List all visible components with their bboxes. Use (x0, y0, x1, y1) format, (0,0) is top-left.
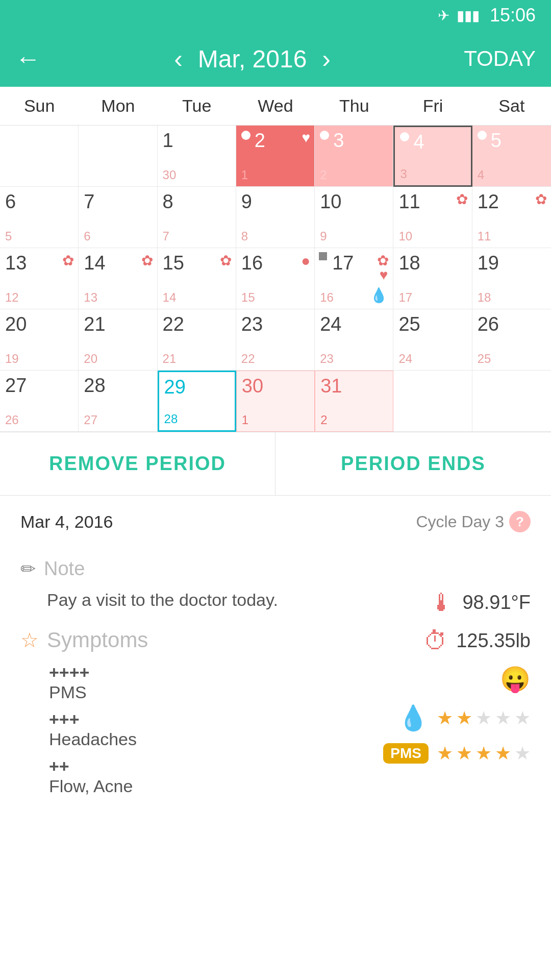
star-empty-5: ★ (514, 743, 531, 764)
table-row[interactable]: 23 22 (236, 309, 315, 371)
weight-value: 125.35lb (456, 630, 531, 652)
list-item: +++ Headaches (49, 709, 352, 749)
table-row[interactable]: 27 26 (0, 371, 79, 432)
flower-icon: ✿ (535, 191, 547, 208)
heart-icon: ♥ (302, 130, 311, 146)
cycle-day-help-icon[interactable]: ? (509, 511, 531, 532)
symptom-intensity: ++++ (49, 663, 352, 682)
pms-badge: PMS (383, 743, 429, 764)
next-month-button[interactable]: › (322, 44, 331, 74)
table-row[interactable]: 31 2 (315, 371, 393, 432)
back-button[interactable]: ← (15, 44, 41, 74)
star-1: ★ (437, 707, 453, 729)
table-row[interactable]: 13 ✿ 12 (0, 248, 79, 309)
star-empty-4: ★ (495, 707, 511, 729)
dot-icon (400, 132, 409, 141)
day-header-sat: Sat (472, 87, 551, 125)
calendar: Sun Mon Tue Wed Thu Fri Sat 1 30 2 ♥ 1 3… (0, 87, 551, 432)
table-row[interactable]: 8 7 (158, 187, 236, 248)
table-row[interactable]: 4 3 (393, 126, 472, 187)
star-1: ★ (437, 743, 453, 764)
table-row[interactable]: 29 28 (158, 371, 236, 432)
symptom-intensity: ++ (49, 756, 352, 776)
status-time: 15:06 (490, 5, 536, 26)
status-bar: ✈ ▮▮▮ 15:06 (0, 0, 551, 31)
star-empty-5: ★ (514, 707, 531, 729)
table-row[interactable]: 1 30 (158, 126, 236, 187)
cycle-day-text: Cycle Day 3 (416, 512, 505, 531)
table-row[interactable]: 17 ✿ ♥ 💧 16 (315, 248, 393, 309)
table-row[interactable]: 18 17 (393, 248, 472, 309)
remove-period-button[interactable]: REMOVE PERIOD (0, 432, 276, 495)
temperature-row: 🌡 98.91°F (367, 589, 531, 617)
table-row[interactable] (79, 126, 157, 187)
symptoms-header: ☆ Symptoms (20, 628, 352, 652)
table-row[interactable]: 16 ● 15 (236, 248, 315, 309)
table-row[interactable]: 6 5 (0, 187, 79, 248)
table-row[interactable]: 9 8 (236, 187, 315, 248)
day-header-mon: Mon (79, 87, 157, 125)
table-row[interactable]: 25 24 (393, 309, 472, 371)
detail-section: Mar 4, 2016 Cycle Day 3 ? ✏ Note Pay a v… (0, 496, 551, 819)
table-row[interactable]: 26 25 (472, 309, 551, 371)
table-row[interactable]: 14 ✿ 13 (79, 248, 157, 309)
star-empty-3: ★ (475, 707, 492, 729)
table-row[interactable]: 5 4 (472, 126, 551, 187)
flower-icon: ✿ (62, 252, 74, 269)
table-row[interactable]: 11 ✿ 10 (393, 187, 472, 248)
table-row[interactable]: 20 19 (0, 309, 79, 371)
period-ends-button[interactable]: PERIOD ENDS (276, 432, 551, 495)
headache-stars-row: PMS ★ ★ ★ ★ ★ (367, 743, 531, 764)
month-navigation: ‹ Mar, 2016 › (174, 44, 331, 74)
symptoms-label: Symptoms (47, 628, 148, 652)
airplane-icon: ✈ (438, 7, 449, 24)
day-header-sun: Sun (0, 87, 79, 125)
cycle-day: Cycle Day 3 ? (416, 511, 531, 532)
note-text: Pay a visit to the doctor today. (47, 590, 278, 609)
star-2: ★ (456, 743, 472, 764)
symptom-name: Flow, Acne (49, 776, 352, 796)
table-row[interactable]: 2 ♥ 1 (236, 126, 315, 187)
day-header-tue: Tue (158, 87, 236, 125)
table-row[interactable]: 21 20 (79, 309, 157, 371)
calendar-grid: 1 30 2 ♥ 1 3 2 4 3 5 4 6 5 7 (0, 126, 551, 432)
detail-date: Mar 4, 2016 (20, 512, 113, 532)
star-3: ★ (475, 743, 492, 764)
temperature-value: 98.91°F (462, 592, 531, 614)
pms-stars-row: 💧 ★ ★ ★ ★ ★ (367, 704, 531, 732)
mood-row: 😛 (367, 665, 531, 694)
mood-emoji: 😛 (500, 665, 531, 694)
symptom-name: Headaches (49, 729, 352, 749)
detail-header: Mar 4, 2016 Cycle Day 3 ? (20, 511, 531, 532)
star-icon: ☆ (20, 628, 39, 652)
table-row[interactable]: 7 6 (79, 187, 157, 248)
weight-row: ⏱ 125.35lb (367, 627, 531, 655)
table-row[interactable]: 19 18 (472, 248, 551, 309)
table-row[interactable]: 15 ✿ 14 (158, 248, 236, 309)
table-row[interactable]: 22 21 (158, 309, 236, 371)
table-row[interactable]: 24 23 (315, 309, 393, 371)
day-header-wed: Wed (236, 87, 315, 125)
header: ← ‹ Mar, 2016 › TODAY (0, 31, 551, 87)
day-header-fri: Fri (393, 87, 472, 125)
flower-icon: ✿ (141, 252, 153, 269)
today-button[interactable]: TODAY (464, 46, 536, 71)
symptom-intensity: +++ (49, 709, 352, 729)
status-icons: ✈ ▮▮▮ (438, 7, 480, 24)
table-row[interactable]: 28 27 (79, 371, 157, 432)
star-4: ★ (495, 743, 511, 764)
symptoms-section: ☆ Symptoms ++++ PMS +++ Headaches ++ Flo… (20, 628, 352, 796)
table-row[interactable] (0, 126, 79, 187)
table-row[interactable]: 10 9 (315, 187, 393, 248)
prev-month-button[interactable]: ‹ (174, 44, 183, 74)
table-row[interactable]: 30 1 (236, 371, 315, 432)
table-row[interactable]: 12 ✿ 11 (472, 187, 551, 248)
flower-icon: ✿ (220, 252, 232, 269)
month-title: Mar, 2016 (198, 45, 307, 73)
list-item: ++++ PMS (49, 663, 352, 702)
table-row[interactable]: 3 2 (315, 126, 393, 187)
dot-pink-icon: ● (301, 252, 310, 270)
note-section: ✏ Note Pay a visit to the doctor today. (20, 558, 352, 612)
detail-left: ✏ Note Pay a visit to the doctor today. … (20, 548, 352, 803)
table-row (393, 371, 472, 432)
